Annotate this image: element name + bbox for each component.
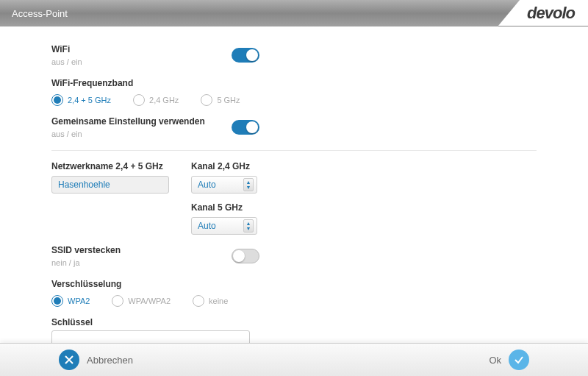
stepper-icon: ▲▼ xyxy=(243,178,254,191)
ssid-hide-row: SSID verstecken nein / ja xyxy=(51,245,537,267)
freqband-option-24[interactable]: 2,4 GHz xyxy=(133,94,179,106)
freqband-label: WiFi-Frequenzband xyxy=(51,78,537,88)
ssid-hide-toggle[interactable] xyxy=(232,249,259,263)
shared-sublabel: aus / ein xyxy=(51,130,232,138)
footer-bar: Abbrechen Ok xyxy=(0,343,588,376)
page-title: Access-Point xyxy=(12,8,68,19)
network-name-label: Netzwerkname 2,4 + 5 GHz xyxy=(51,161,169,171)
encryption-option-none[interactable]: keine xyxy=(193,295,228,307)
encryption-option-wpawpa2[interactable]: WPA/WPA2 xyxy=(112,295,171,307)
freqband-radio-group: 2,4 + 5 GHz 2,4 GHz 5 GHz xyxy=(51,94,537,106)
shared-toggle[interactable] xyxy=(232,120,259,135)
cancel-label: Abbrechen xyxy=(87,355,133,366)
cancel-button[interactable]: Abbrechen xyxy=(59,350,133,370)
channel-5-label: Kanal 5 GHz xyxy=(191,202,257,213)
network-row: Netzwerkname 2,4 + 5 GHz Kanal 2,4 GHz A… xyxy=(51,161,537,235)
key-input[interactable] xyxy=(51,330,250,343)
content-area: WiFi aus / ein WiFi-Frequenzband 2,4 + 5… xyxy=(0,26,588,343)
ok-label: Ok xyxy=(489,355,501,366)
network-name-input[interactable] xyxy=(51,176,169,194)
wifi-sublabel: aus / ein xyxy=(51,57,232,66)
divider xyxy=(51,150,537,151)
encryption-label: Verschlüsselung xyxy=(51,279,537,289)
channel-24-select[interactable]: Auto ▲▼ xyxy=(191,176,257,194)
freqband-option-both[interactable]: 2,4 + 5 GHz xyxy=(51,94,111,106)
check-icon xyxy=(509,350,529,370)
ssid-hide-sublabel: nein / ja xyxy=(51,258,232,267)
stepper-icon: ▲▼ xyxy=(243,219,254,233)
header-bar: Access-Point devolo xyxy=(0,0,588,26)
ok-button[interactable]: Ok xyxy=(489,350,529,370)
close-icon xyxy=(59,350,79,370)
brand-logo: devolo xyxy=(527,4,575,23)
wifi-row: WiFi aus / ein xyxy=(51,44,537,66)
wifi-label: WiFi xyxy=(51,44,232,54)
freqband-option-5[interactable]: 5 GHz xyxy=(201,94,240,106)
brand-logo-wrap: devolo xyxy=(498,0,588,26)
key-label: Schlüssel xyxy=(51,317,537,327)
channel-5-select[interactable]: Auto ▲▼ xyxy=(191,217,257,235)
encryption-radio-group: WPA2 WPA/WPA2 keine xyxy=(51,295,537,307)
shared-label: Gemeinsame Einstellung verwenden xyxy=(51,116,232,127)
wifi-toggle[interactable] xyxy=(232,48,259,63)
ssid-hide-label: SSID verstecken xyxy=(51,245,232,255)
encryption-option-wpa2[interactable]: WPA2 xyxy=(51,295,90,307)
channel-24-label: Kanal 2,4 GHz xyxy=(191,161,257,171)
shared-row: Gemeinsame Einstellung verwenden aus / e… xyxy=(51,116,537,138)
